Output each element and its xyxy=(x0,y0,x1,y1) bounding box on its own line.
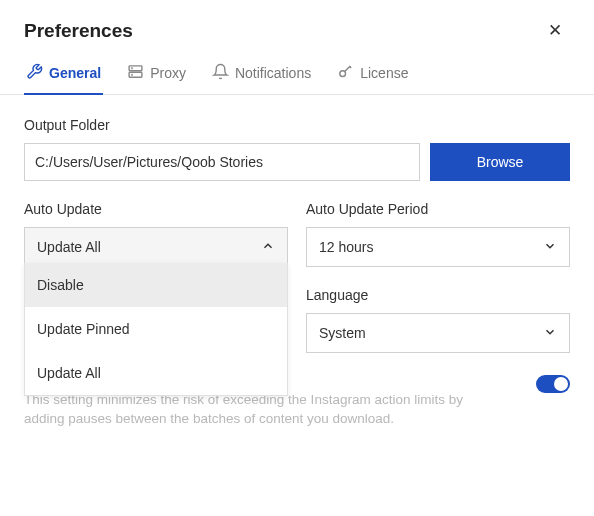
auto-update-label: Auto Update xyxy=(24,201,288,217)
language-label: Language xyxy=(306,287,570,303)
close-icon[interactable]: ✕ xyxy=(544,18,566,43)
select-value: Update All xyxy=(37,239,101,255)
bell-icon xyxy=(212,63,229,83)
key-icon xyxy=(337,63,354,83)
dialog-title: Preferences xyxy=(24,20,133,42)
chevron-down-icon xyxy=(543,325,557,342)
chevron-down-icon xyxy=(543,239,557,256)
dropdown-item-update-pinned[interactable]: Update Pinned xyxy=(25,307,287,351)
auto-update-period-select[interactable]: 12 hours xyxy=(306,227,570,267)
tab-license[interactable]: License xyxy=(335,55,410,95)
wrench-icon xyxy=(26,63,43,83)
tab-label: Proxy xyxy=(150,65,186,81)
tab-label: General xyxy=(49,65,101,81)
chevron-up-icon xyxy=(261,239,275,256)
tab-notifications[interactable]: Notifications xyxy=(210,55,313,95)
output-folder-label: Output Folder xyxy=(24,117,570,133)
browse-button[interactable]: Browse xyxy=(430,143,570,181)
tab-general[interactable]: General xyxy=(24,55,103,95)
svg-point-3 xyxy=(132,74,133,75)
svg-point-2 xyxy=(132,68,133,69)
output-folder-input[interactable] xyxy=(24,143,420,181)
server-icon xyxy=(127,63,144,83)
auto-update-period-label: Auto Update Period xyxy=(306,201,570,217)
auto-update-dropdown: Disable Update Pinned Update All xyxy=(24,263,288,396)
tabs-bar: General Proxy Notifications License xyxy=(0,51,594,95)
tab-label: License xyxy=(360,65,408,81)
select-value: 12 hours xyxy=(319,239,373,255)
auto-update-select[interactable]: Update All xyxy=(24,227,288,267)
select-value: System xyxy=(319,325,366,341)
tab-proxy[interactable]: Proxy xyxy=(125,55,188,95)
svg-point-4 xyxy=(340,71,346,77)
tab-label: Notifications xyxy=(235,65,311,81)
safe-mode-description: This setting minimizes the risk of excee… xyxy=(24,391,484,429)
safe-mode-toggle[interactable] xyxy=(536,375,570,393)
dropdown-item-update-all[interactable]: Update All xyxy=(25,351,287,395)
dropdown-item-disable[interactable]: Disable xyxy=(25,263,287,307)
language-select[interactable]: System xyxy=(306,313,570,353)
